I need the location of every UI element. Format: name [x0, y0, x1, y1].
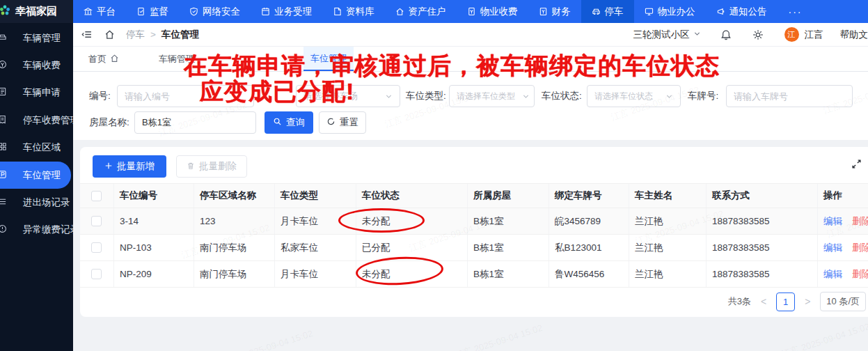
help-link[interactable]: 帮助文: [840, 29, 868, 41]
gear-icon[interactable]: [752, 29, 764, 40]
sidebar-item-vehicle-management[interactable]: 车辆管理: [0, 24, 73, 52]
edit-link[interactable]: 编辑: [823, 215, 842, 228]
cell-spot: 3-14: [114, 208, 194, 234]
nav-item-supervision[interactable]: 监督: [126, 0, 179, 23]
col-header-spot: 车位编号: [114, 184, 194, 208]
nav-item-property-office[interactable]: 物业办公: [634, 0, 706, 23]
house-name-input[interactable]: [134, 111, 256, 134]
cell-area: 南门停车场: [194, 261, 275, 287]
edit-link[interactable]: 编辑: [823, 268, 842, 281]
home-icon: [110, 54, 119, 65]
sidebar-item-parking-area[interactable]: 车位区域: [0, 134, 73, 162]
receipt-icon: [0, 115, 7, 126]
cell-owner: 兰江艳: [629, 208, 707, 234]
select-all-checkbox[interactable]: [91, 191, 102, 201]
tab-vehicle-management[interactable]: 车辆管理: [159, 47, 195, 71]
shield-icon: [189, 7, 198, 16]
form-icon: [0, 87, 7, 98]
file-icon: [333, 7, 342, 16]
nav-more-button[interactable]: ···: [778, 0, 814, 23]
badge-icon: [136, 7, 145, 16]
fullscreen-icon[interactable]: [851, 159, 862, 172]
nav-item-announcements[interactable]: 通知公告: [706, 0, 778, 23]
table-toolbar: 批量新增 批量删除: [93, 155, 247, 178]
page-header: 停车 > 车位管理 三轮测试小区 江 江言 帮助文: [73, 23, 868, 47]
sidebar-item-vehicle-application[interactable]: 车辆申请: [0, 79, 73, 107]
money-icon: [539, 7, 548, 16]
tab-parking-spot-management[interactable]: 车位管理: [303, 47, 354, 71]
bell-icon[interactable]: [720, 29, 732, 40]
row-checkbox[interactable]: [91, 269, 102, 279]
pagination-total: 共3条: [728, 295, 751, 308]
nav-item-assets[interactable]: 资产住户: [385, 0, 457, 23]
home-icon[interactable]: [104, 29, 115, 40]
sidebar-item-abnormal-payment-records[interactable]: 异常缴费记录: [0, 217, 73, 244]
brand-name: 幸福家园: [15, 5, 57, 18]
cell-phone: 18878383585: [707, 235, 818, 260]
user-name[interactable]: 江言: [805, 29, 823, 41]
refresh-icon: [326, 117, 336, 128]
cell-spot: NP-103: [114, 235, 194, 260]
sidebar-item-parking-spot-management[interactable]: 车位管理: [0, 162, 71, 189]
col-header-house: 所属房屋: [468, 184, 549, 208]
prev-page-button[interactable]: <: [759, 296, 768, 307]
app-window: 幸福家园 平台 监督 网络安全 业务受理 资料库: [0, 0, 868, 351]
row-checkbox[interactable]: [91, 216, 102, 226]
cell-owner: 兰江艳: [629, 235, 707, 260]
number-filter-label: 编号:: [89, 85, 111, 107]
number-input[interactable]: [117, 85, 254, 107]
cell-status: 未分配: [356, 208, 468, 234]
community-selector[interactable]: 三轮测试小区: [633, 29, 701, 41]
nav-item-property-fees[interactable]: 物业收费: [457, 0, 528, 23]
nav-item-platform[interactable]: 平台: [73, 0, 126, 23]
delete-link[interactable]: 删除: [852, 268, 868, 281]
breadcrumb-section[interactable]: 停车: [126, 29, 145, 41]
delete-link[interactable]: 删除: [852, 242, 868, 254]
chevron-down-icon: [385, 93, 393, 100]
search-button[interactable]: 查询: [265, 111, 313, 134]
cell-house: B栋1室: [468, 208, 549, 234]
plate-input[interactable]: [726, 85, 853, 107]
reset-button[interactable]: 重置: [319, 111, 366, 134]
car-icon: [592, 7, 601, 16]
next-page-button[interactable]: >: [803, 296, 812, 307]
tab-home[interactable]: 首页: [88, 47, 119, 71]
batch-delete-button[interactable]: 批量删除: [176, 155, 247, 178]
row-checkbox[interactable]: [91, 242, 102, 253]
parking-icon: [0, 170, 7, 181]
edit-link[interactable]: 编辑: [823, 242, 842, 254]
nav-item-library[interactable]: 资料库: [322, 0, 385, 23]
sidebar-item-entry-exit-records[interactable]: 进出场记录: [0, 189, 73, 216]
page-number-button[interactable]: 1: [776, 292, 795, 311]
sidebar-item-vehicle-fees[interactable]: 车辆收费: [0, 52, 73, 79]
user-avatar[interactable]: 江: [784, 27, 799, 42]
alert-icon: [0, 224, 7, 235]
parking-spot-table: 车位编号 停车区域名称 车位类型 车位状态 所属房屋 绑定车牌号 车主姓名 联系…: [80, 183, 868, 288]
table-row: NP-209 南门停车场 月卡车位 未分配 B栋1室 鲁W456456 兰江艳 …: [80, 261, 868, 288]
collapse-sidebar-icon[interactable]: [81, 29, 92, 40]
spot-status-select[interactable]: 请选择车位状态: [587, 85, 681, 107]
page-size-select[interactable]: 10 条/页: [820, 292, 866, 311]
parking-area-select[interactable]: 请选择停车场: [296, 85, 400, 107]
monitor-icon: [645, 7, 654, 16]
cell-plate: 鲁W456456: [549, 261, 629, 287]
sidebar-item-parking-fee-management[interactable]: 停车收费管理: [0, 107, 73, 134]
table-row: NP-103 南门停车场 私家车位 已分配 B栋1室 私B123001 兰江艳 …: [80, 235, 868, 261]
nav-item-parking[interactable]: 停车: [581, 0, 634, 23]
megaphone-icon: [716, 7, 725, 16]
col-header-area: 停车区域名称: [194, 184, 275, 208]
col-header-actions: 操作: [818, 184, 868, 208]
batch-add-button[interactable]: 批量新增: [93, 155, 166, 178]
nav-item-finance[interactable]: 财务: [528, 0, 581, 23]
delete-link[interactable]: 删除: [852, 215, 868, 228]
plate-filter-label: 车牌号:: [688, 85, 718, 107]
grid-icon: [0, 142, 7, 153]
nav-item-business[interactable]: 业务受理: [251, 0, 322, 23]
type-filter-label: 车位类型:: [406, 85, 446, 107]
nav-item-network-security[interactable]: 网络安全: [179, 0, 251, 23]
bank-icon: [84, 7, 93, 16]
pagination: 共3条 < 1 > 10 条/页: [80, 289, 868, 314]
spot-type-select[interactable]: 请选择车位类型: [449, 85, 535, 107]
trash-icon: [187, 162, 195, 172]
cell-phone: 18878383585: [707, 208, 818, 234]
